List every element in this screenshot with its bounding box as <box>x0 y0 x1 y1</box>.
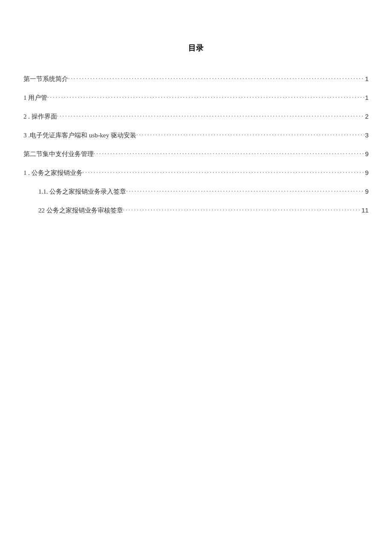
toc-dots <box>47 93 364 100</box>
toc-label: 第二节集中支付业务管理 <box>23 150 94 159</box>
toc-entry[interactable]: 第一节系统简介 1 <box>23 74 369 84</box>
toc-dots <box>126 187 364 194</box>
toc-label: 第一节系统简介 <box>23 75 68 84</box>
toc-page: 9 <box>364 168 369 177</box>
toc-label: 1 用户管 <box>23 93 47 102</box>
toc-label: 1 . 公务之家报销业务 <box>23 169 83 177</box>
toc-page: 1 <box>364 93 369 102</box>
toc-entry[interactable]: 第二节集中支付业务管理 9 <box>23 149 369 159</box>
toc-entry[interactable]: 1 用户管 1 <box>23 93 369 102</box>
toc-page: 1 <box>364 74 369 83</box>
toc-label: 3 .电子凭证库客户端和 usb-key 驱动安装 <box>23 131 136 140</box>
toc-entry[interactable]: 3 .电子凭证库客户端和 usb-key 驱动安装 3 <box>23 131 369 140</box>
toc-container: 第一节系统简介 1 1 用户管 1 2 . 操作界面 2 3 .电子凭证库客户端… <box>23 74 369 215</box>
toc-label: 1.1. 公务之家报销业务录入签章 <box>38 187 126 196</box>
toc-page: 9 <box>364 187 369 196</box>
toc-entry[interactable]: 1 . 公务之家报销业务 9 <box>23 168 369 177</box>
toc-title: 目录 <box>23 43 369 53</box>
toc-dots <box>136 131 364 137</box>
toc-entry[interactable]: 22 公务之家报销业务审核签章 11 <box>23 206 369 215</box>
toc-entry[interactable]: 2 . 操作界面 2 <box>23 112 369 121</box>
toc-page: 3 <box>364 131 369 139</box>
toc-dots <box>68 75 364 81</box>
toc-dots <box>123 206 361 212</box>
toc-page: 11 <box>360 206 369 215</box>
toc-page: 9 <box>364 149 369 158</box>
toc-dots <box>57 112 364 119</box>
toc-label: 22 公务之家报销业务审核签章 <box>38 206 123 215</box>
toc-dots <box>94 150 364 156</box>
toc-entry[interactable]: 1.1. 公务之家报销业务录入签章 9 <box>23 187 369 196</box>
toc-dots <box>83 169 364 175</box>
toc-label: 2 . 操作界面 <box>23 112 57 121</box>
toc-page: 2 <box>364 112 369 121</box>
